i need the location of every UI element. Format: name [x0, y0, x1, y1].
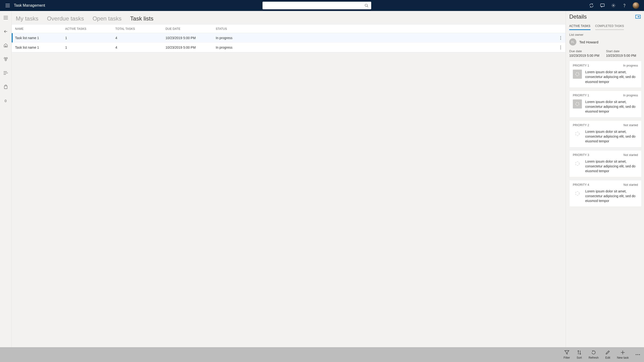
col-header-total[interactable]: TOTAL TASKS	[112, 27, 162, 30]
nav-menu-button[interactable]	[0, 13, 12, 22]
home-icon	[4, 43, 8, 47]
task-status: In progress	[623, 64, 638, 67]
plus-icon	[620, 350, 625, 355]
task-priority: PRIORITY 4	[573, 183, 589, 186]
svg-point-29	[576, 102, 579, 106]
refresh-icon	[589, 3, 594, 8]
tab-task-lists[interactable]: Task lists	[130, 15, 153, 23]
panel-dock-button[interactable]	[636, 15, 641, 19]
svg-point-7	[624, 7, 624, 7]
chat-icon	[600, 3, 604, 8]
task-card[interactable]: PRIORITY 1 In progress Lorem ipsum dolor…	[569, 91, 642, 118]
user-avatar[interactable]	[632, 2, 639, 9]
svg-point-21	[560, 37, 561, 38]
hamburger-button[interactable]	[3, 0, 12, 11]
edit-button[interactable]: Edit	[605, 350, 610, 359]
table-row[interactable]: Task list name 1 1 4 10/23/2019 5:00 PM …	[12, 43, 566, 52]
cell-total: 4	[112, 45, 162, 49]
col-header-name[interactable]: NAME	[12, 27, 62, 30]
svg-rect-19	[4, 86, 7, 89]
main-panel: My tasks Overdue tasks Open tasks Task l…	[12, 11, 566, 347]
chat-button[interactable]	[600, 3, 605, 8]
more-vertical-icon	[560, 45, 561, 49]
owner-row: FL Ted Howard	[569, 38, 642, 45]
col-header-active[interactable]: ACTIVE TASKS	[62, 27, 112, 30]
app-header: Task Management	[0, 0, 644, 11]
settings-button[interactable]	[610, 3, 616, 8]
svg-point-38	[636, 354, 636, 355]
left-nav: 0	[0, 11, 12, 347]
svg-point-31	[576, 162, 579, 166]
task-progress-icon	[573, 129, 582, 138]
svg-point-24	[560, 47, 561, 48]
details-tab-active-tasks[interactable]: ACTIVE TASKS	[569, 22, 590, 30]
cell-name: Task list name 1	[12, 45, 62, 49]
col-header-due[interactable]: DUE DATE	[162, 27, 212, 30]
nav-home-button[interactable]	[0, 40, 12, 50]
refresh-button[interactable]: Refresh	[588, 350, 598, 359]
nav-back-button[interactable]	[0, 27, 12, 36]
svg-point-28	[576, 72, 579, 76]
filter-button[interactable]: Filter	[564, 350, 570, 359]
search-input[interactable]	[265, 3, 364, 7]
sort-icon	[577, 350, 582, 355]
help-icon	[622, 3, 626, 8]
nav-list-button[interactable]	[0, 68, 12, 78]
dock-right-icon	[636, 15, 641, 19]
col-header-status[interactable]: STATUS	[212, 27, 556, 30]
details-title: Details	[569, 13, 587, 20]
svg-line-4	[367, 6, 368, 7]
task-progress-icon	[573, 189, 582, 198]
tab-open[interactable]: Open tasks	[92, 15, 121, 23]
refresh-icon	[591, 350, 596, 355]
table-row[interactable]: Task list name 1 1 4 10/23/2019 5:00 PM …	[12, 33, 566, 43]
task-card[interactable]: PRIORITY 1 In progress Lorem ipsum dolor…	[569, 61, 642, 88]
cell-active: 1	[62, 45, 112, 49]
task-card[interactable]: PRIORITY 3 Not started Lorem ipsum dolor…	[569, 150, 642, 177]
svg-point-40	[639, 354, 640, 355]
nav-modules-button[interactable]	[0, 54, 12, 64]
task-description: Lorem ipsum dolor sit amet, consectetur …	[585, 189, 638, 203]
task-description: Lorem ipsum dolor sit amet, consectetur …	[585, 129, 638, 144]
cell-total: 4	[112, 36, 162, 40]
nav-shopping-button[interactable]	[0, 82, 12, 92]
filter-label: Filter	[564, 356, 570, 359]
help-button[interactable]	[622, 3, 627, 8]
tab-my-tasks[interactable]: My tasks	[16, 15, 38, 23]
search-icon	[364, 3, 369, 8]
task-status: Not started	[624, 153, 638, 157]
task-lists-table: NAME ACTIVE TASKS TOTAL TASKS DUE DATE S…	[12, 24, 566, 52]
search-box[interactable]	[262, 2, 371, 9]
more-commands-button[interactable]	[636, 354, 640, 355]
details-scroll-area[interactable]: List owner FL Ted Howard Due date 10/23/…	[566, 30, 644, 347]
back-arrow-icon	[4, 29, 8, 34]
due-date-value: 10/23/2019 5:00 PM	[569, 54, 599, 57]
task-card[interactable]: PRIORITY 2 Not started Lorem ipsum dolor…	[569, 120, 642, 147]
svg-point-14	[6, 57, 8, 59]
task-card[interactable]: PRIORITY 4 Not started Lorem ipsum dolor…	[569, 180, 642, 207]
edit-label: Edit	[605, 356, 610, 359]
svg-point-3	[365, 4, 368, 6]
details-tab-completed-tasks[interactable]: COMPLETED TASKS	[595, 22, 624, 30]
cell-due: 10/23/2019 5:00 PM	[162, 45, 212, 49]
new-task-button[interactable]: New task	[617, 350, 629, 359]
cell-active: 1	[62, 36, 112, 40]
sort-button[interactable]: Sort	[577, 350, 582, 359]
tab-overdue[interactable]: Overdue tasks	[47, 15, 84, 23]
modules-icon	[4, 57, 8, 61]
refresh-header-button[interactable]	[588, 3, 594, 8]
gear-icon	[611, 3, 616, 8]
start-date-label: Start date	[606, 49, 636, 53]
table-header-row: NAME ACTIVE TASKS TOTAL TASKS DUE DATE S…	[12, 24, 566, 33]
hamburger-icon	[4, 16, 8, 19]
svg-point-30	[576, 132, 579, 136]
nav-zero-item[interactable]: 0	[0, 96, 12, 105]
cell-due: 10/23/2019 5:00 PM	[162, 36, 212, 40]
details-panel: Details ACTIVE TASKS COMPLETED TASKS Lis…	[566, 11, 644, 347]
hamburger-icon	[6, 4, 10, 7]
bag-icon	[4, 85, 8, 89]
task-priority: PRIORITY 3	[573, 153, 589, 157]
row-more-button[interactable]	[556, 45, 566, 49]
row-more-button[interactable]	[556, 36, 566, 40]
svg-point-6	[613, 5, 614, 6]
